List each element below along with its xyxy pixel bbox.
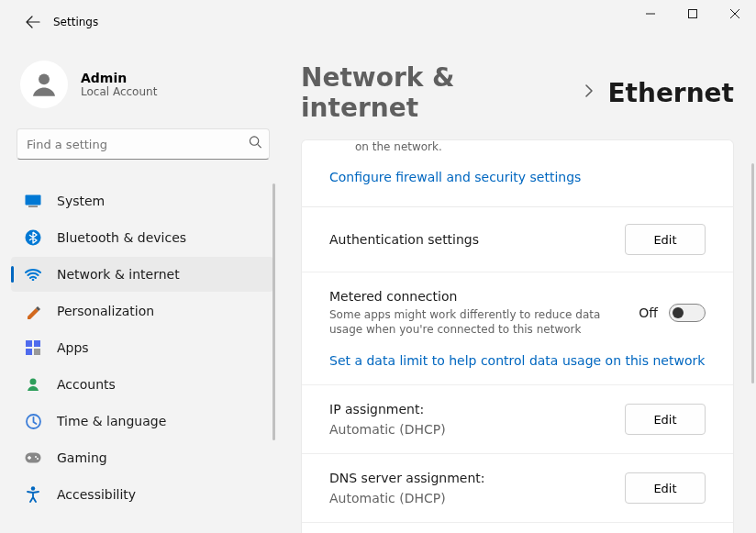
breadcrumb-parent[interactable]: Network & internet	[301, 62, 571, 123]
back-arrow-icon	[26, 15, 40, 29]
gaming-icon	[24, 449, 42, 467]
svg-rect-11	[26, 340, 32, 347]
svg-point-19	[37, 458, 39, 460]
svg-point-4	[39, 73, 50, 84]
data-limit-link[interactable]: Set a data limit to help control data us…	[329, 353, 706, 368]
dns-edit-button[interactable]: Edit	[625, 472, 706, 504]
user-name: Admin	[81, 71, 157, 85]
sidebar-item-label: Accessibility	[57, 487, 136, 502]
configure-firewall-link[interactable]: Configure firewall and security settings	[329, 170, 706, 184]
auth-title: Authentication settings	[329, 232, 610, 247]
back-button[interactable]	[18, 7, 48, 37]
breadcrumb: Network & internet Ethernet	[301, 62, 734, 123]
sidebar-item-label: Gaming	[57, 450, 107, 465]
chevron-right-icon	[584, 83, 595, 103]
metered-title: Metered connection	[329, 289, 624, 304]
close-icon	[730, 9, 739, 18]
sidebar-item-label: Apps	[57, 340, 89, 355]
avatar	[20, 61, 68, 108]
apps-icon	[24, 339, 42, 357]
maximize-button[interactable]	[672, 0, 714, 28]
sidebar-item-label: Bluetooth & devices	[57, 230, 186, 245]
sidebar-item-label: Personalization	[57, 304, 154, 318]
user-block[interactable]: Admin Local Account	[6, 44, 281, 128]
svg-rect-8	[28, 206, 38, 207]
time-icon	[24, 412, 42, 430]
accessibility-icon	[24, 485, 42, 504]
svg-rect-12	[34, 340, 40, 347]
sidebar-item-accessibility[interactable]: Accessibility	[11, 477, 273, 512]
row-ip-assignment: IP assignment: Automatic (DHCP) Edit	[302, 384, 733, 453]
sidebar-item-gaming[interactable]: Gaming	[11, 440, 273, 475]
maximize-icon	[688, 9, 697, 18]
sidebar-item-label: Time & language	[57, 414, 166, 428]
svg-rect-1	[689, 10, 697, 18]
svg-point-15	[30, 379, 37, 385]
metered-toggle[interactable]	[669, 304, 706, 322]
svg-rect-13	[26, 349, 32, 355]
fragment-text: on the network.	[355, 140, 706, 153]
sidebar-scrollbar[interactable]	[272, 183, 275, 440]
svg-point-20	[31, 486, 35, 490]
search-input[interactable]	[17, 128, 270, 160]
ip-value: Automatic (DHCP)	[329, 422, 610, 437]
row-authentication: Authentication settings Edit	[302, 207, 733, 272]
ip-edit-button[interactable]: Edit	[625, 404, 706, 435]
user-sub: Local Account	[81, 85, 157, 98]
svg-rect-7	[26, 195, 41, 205]
dns-value: Automatic (DHCP)	[329, 491, 610, 505]
network-icon	[24, 265, 42, 283]
breadcrumb-current: Ethernet	[607, 78, 734, 108]
personalization-icon	[24, 302, 42, 320]
auth-edit-button[interactable]: Edit	[625, 224, 706, 255]
bluetooth-icon	[24, 228, 42, 247]
minimize-icon	[646, 9, 655, 18]
dns-title: DNS server assignment:	[329, 471, 610, 485]
sidebar-item-personalization[interactable]: Personalization	[11, 294, 273, 328]
main-content: Network & internet Ethernet on the netwo…	[281, 44, 756, 533]
sidebar-item-network[interactable]: Network & internet	[11, 257, 273, 292]
person-icon	[28, 69, 60, 100]
sidebar-item-accounts[interactable]: Accounts	[11, 367, 273, 402]
sidebar: Admin Local Account System Bluetooth & d…	[0, 44, 281, 533]
svg-point-10	[32, 279, 35, 281]
row-dns-assignment: DNS server assignment: Automatic (DHCP) …	[302, 453, 733, 522]
row-metered: Metered connection Some apps might work …	[302, 272, 733, 384]
metered-state-label: Off	[639, 305, 658, 320]
row-link-speed: Link speed (Receive/Transmit): 1000/1000…	[302, 522, 733, 533]
system-icon	[24, 192, 42, 210]
sidebar-item-label: Network & internet	[57, 267, 180, 282]
sidebar-item-bluetooth[interactable]: Bluetooth & devices	[11, 220, 273, 255]
accounts-icon	[24, 375, 42, 394]
sidebar-item-label: System	[57, 194, 105, 208]
metered-sub: Some apps might work differently to redu…	[329, 307, 624, 337]
svg-rect-14	[34, 349, 40, 355]
sidebar-item-apps[interactable]: Apps	[11, 330, 273, 365]
ip-title: IP assignment:	[329, 402, 610, 416]
search-box[interactable]	[17, 128, 270, 160]
main-scrollbar[interactable]	[751, 163, 754, 383]
sidebar-item-time[interactable]: Time & language	[11, 404, 273, 439]
panel-top-fragment: on the network. Configure firewall and s…	[301, 139, 734, 206]
sidebar-item-system[interactable]: System	[11, 183, 273, 218]
minimize-button[interactable]	[629, 0, 672, 28]
svg-point-18	[35, 456, 37, 458]
sidebar-item-label: Accounts	[57, 377, 116, 392]
close-button[interactable]	[714, 0, 756, 28]
app-title: Settings	[53, 16, 98, 28]
